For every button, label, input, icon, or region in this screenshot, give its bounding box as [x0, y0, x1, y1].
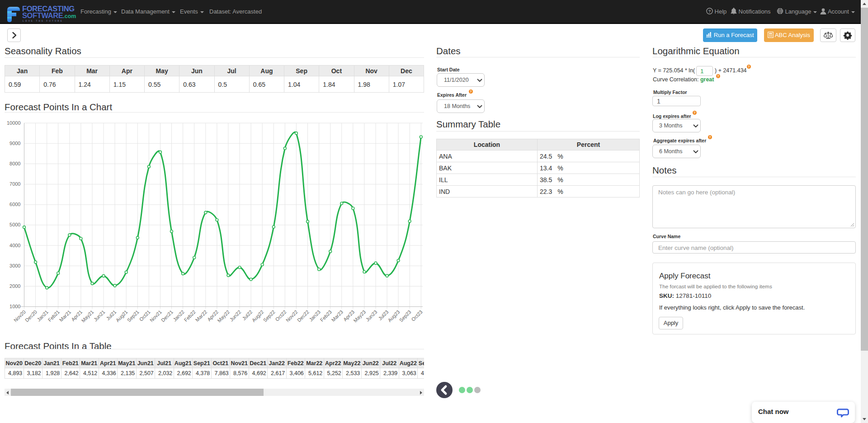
svg-text:Nov20: Nov20: [13, 309, 27, 323]
svg-text:2000: 2000: [9, 283, 20, 289]
svg-text:Dec21: Dec21: [160, 309, 174, 323]
svg-text:Mar21: Mar21: [58, 309, 72, 323]
svg-text:Sep22: Sep22: [262, 309, 276, 323]
svg-text:1000: 1000: [9, 304, 20, 309]
svg-text:Nov21: Nov21: [149, 309, 163, 323]
svg-text:Aug23: Aug23: [387, 309, 401, 323]
svg-text:May23: May23: [352, 309, 367, 324]
svg-text:Mar23: Mar23: [330, 309, 344, 323]
svg-text:Feb22: Feb22: [183, 309, 197, 323]
svg-text:Sep21: Sep21: [126, 309, 140, 323]
svg-text:Dec20: Dec20: [24, 309, 38, 323]
svg-text:5000: 5000: [9, 222, 20, 227]
svg-text:Aug22: Aug22: [251, 309, 265, 323]
svg-text:Mar22: Mar22: [194, 309, 208, 323]
svg-text:Feb23: Feb23: [319, 309, 333, 323]
svg-text:Jun23: Jun23: [365, 309, 378, 323]
svg-text:8000: 8000: [9, 161, 20, 166]
svg-text:Jun21: Jun21: [93, 309, 106, 323]
svg-text:3000: 3000: [9, 263, 20, 268]
svg-text:Jun22: Jun22: [229, 309, 242, 323]
svg-text:Aug21: Aug21: [115, 309, 129, 323]
svg-text:Jan21: Jan21: [36, 309, 49, 323]
svg-text:Feb21: Feb21: [47, 309, 61, 323]
svg-text:10000: 10000: [7, 120, 21, 126]
svg-text:Oct23: Oct23: [410, 309, 423, 322]
svg-text:Nov22: Nov22: [285, 309, 299, 323]
svg-text:May22: May22: [216, 309, 231, 324]
svg-text:Jan23: Jan23: [308, 309, 321, 323]
svg-text:9000: 9000: [9, 141, 20, 146]
svg-text:Dec22: Dec22: [296, 309, 310, 323]
svg-text:6000: 6000: [9, 202, 20, 207]
svg-text:4000: 4000: [9, 243, 20, 248]
svg-text:May21: May21: [80, 309, 95, 324]
svg-text:7000: 7000: [9, 181, 20, 187]
svg-text:Jan22: Jan22: [172, 309, 185, 323]
svg-text:?: ?: [708, 9, 711, 14]
svg-text:Sep23: Sep23: [398, 309, 412, 323]
